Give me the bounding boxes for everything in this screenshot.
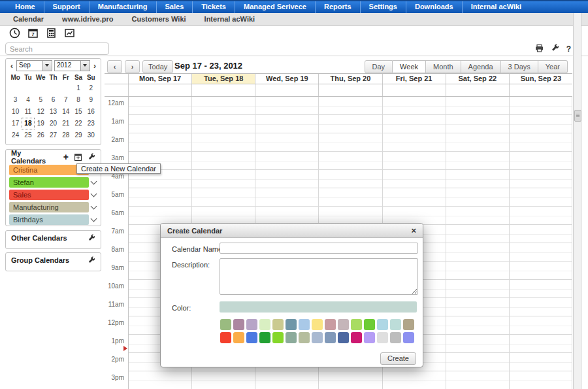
month-select[interactable]: Sep [16,60,52,71]
all-day-cell[interactable] [382,84,446,96]
description-input[interactable] [220,258,418,295]
day-header[interactable]: Wed, Sep 19 [255,74,318,84]
top-nav-item[interactable]: Sales [156,1,193,13]
wrench-icon[interactable] [551,43,559,55]
mini-calendar-day[interactable]: 30 [85,129,97,141]
color-swatch[interactable] [233,332,244,343]
search-input[interactable] [5,42,109,55]
vertical-scrollbar[interactable] [573,13,581,389]
top-nav-item[interactable]: Tickets [192,1,235,13]
mini-calendar-day[interactable]: 23 [85,118,97,129]
day-header[interactable]: Fri, Sep 21 [382,74,446,84]
add-calendar-icon[interactable]: + [63,153,69,161]
color-swatch[interactable] [377,332,388,343]
color-swatch[interactable] [220,319,231,330]
top-nav-item[interactable]: Home [7,1,44,13]
sub-nav-item[interactable]: Customers Wiki [123,13,195,25]
mini-calendar-prev-button[interactable]: ‹ [9,61,14,71]
color-swatch[interactable] [272,332,284,343]
presentation-icon[interactable] [64,27,75,39]
mini-calendar-day[interactable]: 21 [59,118,72,129]
all-day-cell[interactable] [509,84,572,96]
all-day-cell[interactable] [318,84,382,96]
chevron-down-icon[interactable] [91,190,97,197]
color-swatch[interactable] [351,319,362,330]
color-swatch[interactable] [259,332,270,343]
top-nav-item[interactable]: Settings [360,1,406,13]
mini-calendar-day[interactable]: 14 [59,106,72,118]
color-swatch[interactable] [286,319,297,330]
calendar-color-bar[interactable]: Stefan [9,177,89,188]
top-nav-item[interactable]: Internal acWiki [462,1,531,13]
scrollbar-thumb[interactable] [574,110,581,122]
color-swatch[interactable] [312,319,323,330]
mini-calendar-day[interactable]: 9 [85,94,97,106]
color-swatch[interactable] [390,319,401,330]
chevron-down-icon[interactable] [91,215,97,222]
sub-nav-item[interactable]: Internal acWiki [195,13,265,25]
color-swatch[interactable] [364,319,375,330]
day-header[interactable]: Thu, Sep 20 [318,74,382,84]
top-nav-item[interactable]: Downloads [406,1,462,13]
wrench-icon[interactable] [88,256,95,264]
mini-calendar-day[interactable]: 20 [47,118,59,129]
calendar-color-bar[interactable]: Sales [9,190,89,200]
color-swatch[interactable] [364,332,375,343]
mini-calendar-day[interactable]: 27 [47,129,59,141]
mini-calendar-day[interactable]: 5 [35,94,47,106]
mini-calendar-day[interactable]: 8 [72,94,84,106]
chevron-down-icon[interactable] [91,178,97,184]
mini-calendar-day[interactable]: 10 [9,106,22,118]
color-swatch[interactable] [220,332,231,343]
color-swatch[interactable] [403,332,414,343]
color-swatch[interactable] [351,332,362,343]
day-header[interactable]: Tue, Sep 18 [191,74,255,84]
sub-nav-item[interactable]: www.idrive.pro [53,13,122,25]
day-header[interactable]: Sat, Sep 22 [446,74,509,84]
prev-week-button[interactable]: ‹ [107,60,122,73]
mini-calendar-day[interactable]: 24 [9,129,22,141]
color-swatch[interactable] [325,319,336,330]
chevron-down-icon[interactable] [42,61,52,71]
mini-calendar-day[interactable]: 6 [47,94,59,106]
mini-calendar-day[interactable]: 15 [72,106,84,118]
calculator-icon[interactable] [46,27,57,39]
mini-calendar-day[interactable]: 19 [35,118,47,129]
top-nav-item[interactable]: Support [44,1,89,13]
next-week-button[interactable]: › [125,60,140,73]
mini-calendar-day[interactable]: 22 [72,118,84,129]
top-nav-item[interactable]: Managed Serivece [235,1,315,13]
all-day-cell[interactable] [255,84,318,96]
mini-calendar-day[interactable]: 11 [22,106,34,118]
color-swatch[interactable] [338,319,349,330]
calendar-name-input[interactable] [220,243,418,254]
view-tab-day[interactable]: Day [365,60,393,73]
color-swatch[interactable] [390,332,401,343]
help-icon[interactable]: ? [566,44,571,54]
printer-icon[interactable] [535,43,544,55]
year-select[interactable]: 2012 [54,60,90,71]
mini-calendar-next-button[interactable]: › [92,61,97,71]
view-tab-3-days[interactable]: 3 Days [501,60,538,73]
color-swatch[interactable] [246,332,257,343]
view-tab-week[interactable]: Week [393,60,426,73]
color-swatch[interactable] [272,319,284,330]
mini-calendar-day[interactable]: 4 [22,94,34,106]
view-tab-month[interactable]: Month [426,60,461,73]
wrench-icon[interactable] [88,234,95,242]
color-swatch[interactable] [312,332,323,343]
today-button[interactable]: Today [142,60,173,73]
color-swatch[interactable] [377,319,388,330]
mini-calendar-day[interactable]: 17 [9,118,22,129]
all-day-cell[interactable] [446,84,509,96]
view-tab-year[interactable]: Year [538,60,568,73]
color-swatch[interactable] [246,319,257,330]
color-swatch[interactable] [286,332,297,343]
mini-calendar-day[interactable]: 18 [22,118,34,129]
all-day-cell[interactable] [128,84,191,96]
dialog-header[interactable]: Create Calendar × [161,224,423,238]
mini-calendar-day[interactable]: 1 [72,82,84,94]
view-tab-agenda[interactable]: Agenda [461,60,501,73]
color-swatch[interactable] [299,332,310,343]
chevron-down-icon[interactable] [80,61,90,71]
